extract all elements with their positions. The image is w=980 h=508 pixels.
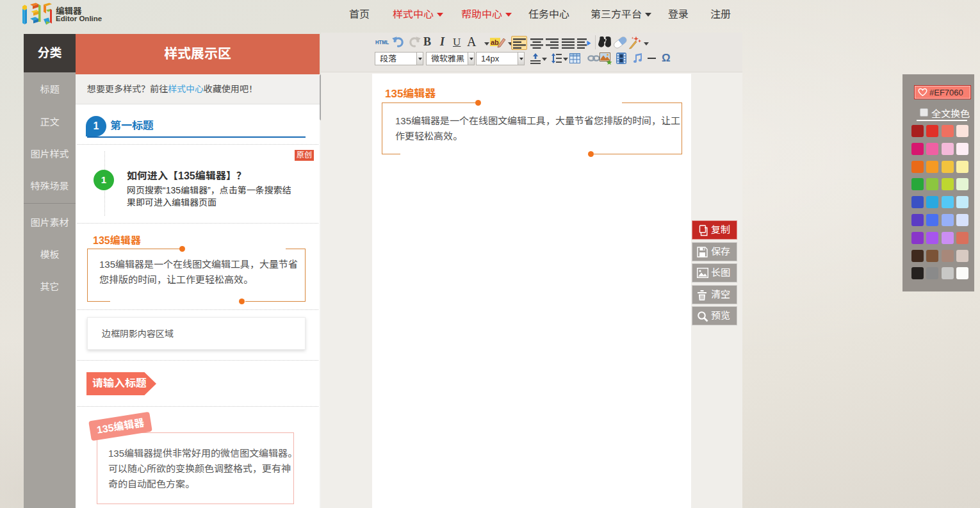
svg-text:ab: ab [491, 38, 499, 46]
